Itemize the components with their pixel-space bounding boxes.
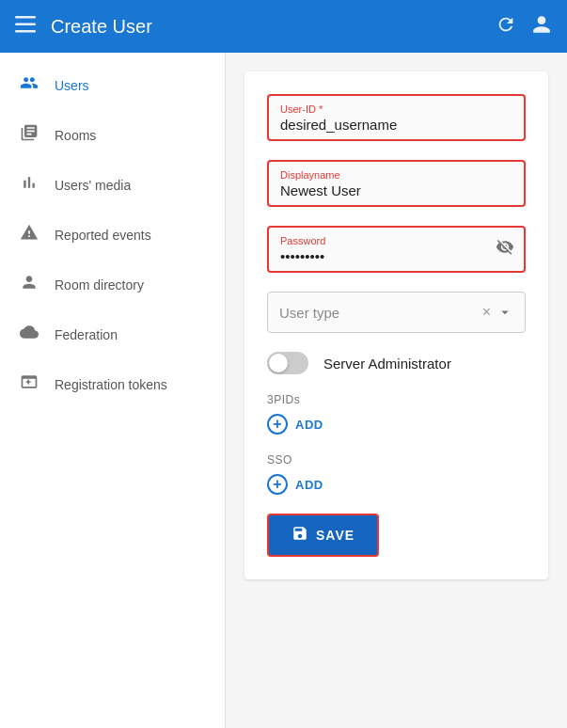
toggle-knob	[269, 354, 288, 372]
svg-rect-0	[15, 16, 36, 19]
displayname-field-group: Displayname	[267, 160, 526, 207]
warning-icon	[19, 223, 39, 246]
sidebar-item-federation[interactable]: Federation	[0, 309, 225, 359]
user-id-field-group: User-ID *	[267, 94, 526, 141]
media-icon	[19, 173, 39, 197]
refresh-icon[interactable]	[496, 14, 516, 40]
server-admin-label: Server Administrator	[323, 356, 451, 372]
pids-section-title: 3PIDs	[267, 393, 526, 406]
sidebar-item-rooms[interactable]: Rooms	[0, 110, 225, 160]
topbar: Create User	[0, 0, 567, 53]
sidebar-item-users[interactable]: Users	[0, 60, 225, 110]
save-icon	[291, 525, 308, 546]
sso-section: SSO + ADD	[267, 453, 526, 495]
user-id-input[interactable]	[280, 117, 512, 133]
pids-add-row[interactable]: + ADD	[267, 414, 526, 435]
user-id-field-wrapper: User-ID *	[267, 94, 526, 141]
displayname-field-wrapper: Displayname	[267, 160, 526, 207]
sidebar-label-federation: Federation	[55, 327, 118, 342]
sidebar-item-room-directory[interactable]: Room directory	[0, 260, 225, 309]
main-content: User-ID * Displayname Password	[226, 53, 567, 728]
sidebar-label-users-media: Users' media	[55, 178, 131, 193]
user-id-label: User-ID *	[280, 103, 512, 115]
sidebar-item-reported-events[interactable]: Reported events	[0, 210, 225, 260]
sidebar-label-users: Users	[55, 78, 89, 93]
users-icon	[19, 73, 39, 97]
sidebar-item-registration-tokens[interactable]: Registration tokens	[0, 359, 225, 409]
sso-add-icon: +	[267, 474, 288, 495]
save-button[interactable]: SAVE	[267, 514, 379, 557]
sso-section-title: SSO	[267, 453, 526, 467]
create-user-form: User-ID * Displayname Password	[244, 71, 548, 579]
sidebar-label-room-directory: Room directory	[55, 277, 144, 293]
svg-rect-1	[15, 23, 36, 25]
sidebar-label-rooms: Rooms	[55, 128, 96, 143]
server-admin-row: Server Administrator	[267, 352, 526, 374]
displayname-input[interactable]	[280, 182, 512, 198]
user-type-select[interactable]: User type ×	[267, 292, 526, 333]
sidebar-item-users-media[interactable]: Users' media	[0, 160, 225, 210]
token-icon	[19, 372, 39, 396]
person-card-icon	[19, 273, 39, 296]
save-label: SAVE	[316, 528, 354, 543]
user-type-placeholder: User type	[279, 305, 339, 321]
pids-add-label: ADD	[295, 418, 323, 432]
chevron-down-icon	[496, 304, 513, 321]
password-label: Password	[280, 235, 512, 246]
sso-add-label: ADD	[295, 478, 323, 492]
app-layout: Users Rooms Users' media	[0, 53, 567, 728]
pids-add-icon: +	[267, 414, 288, 435]
select-clear-icon[interactable]: ×	[482, 304, 491, 321]
password-field-wrapper: Password	[267, 226, 526, 273]
sidebar-label-registration-tokens: Registration tokens	[55, 377, 167, 392]
menu-icon[interactable]	[15, 16, 36, 38]
select-controls: ×	[482, 304, 513, 321]
sidebar: Users Rooms Users' media	[0, 53, 226, 728]
page-title: Create User	[51, 16, 480, 38]
pids-section: 3PIDs + ADD	[267, 393, 526, 435]
account-icon[interactable]	[531, 14, 552, 40]
password-field-group: Password	[267, 226, 526, 273]
displayname-label: Displayname	[280, 169, 512, 181]
rooms-icon	[19, 123, 39, 147]
cloud-icon	[19, 323, 39, 346]
svg-rect-2	[15, 30, 36, 33]
sso-add-row[interactable]: + ADD	[267, 474, 526, 495]
sidebar-label-reported-events: Reported events	[55, 228, 151, 243]
password-input[interactable]	[280, 248, 512, 264]
password-visibility-icon[interactable]	[496, 238, 514, 261]
server-admin-toggle[interactable]	[267, 352, 308, 374]
save-button-wrapper: SAVE	[267, 514, 526, 557]
